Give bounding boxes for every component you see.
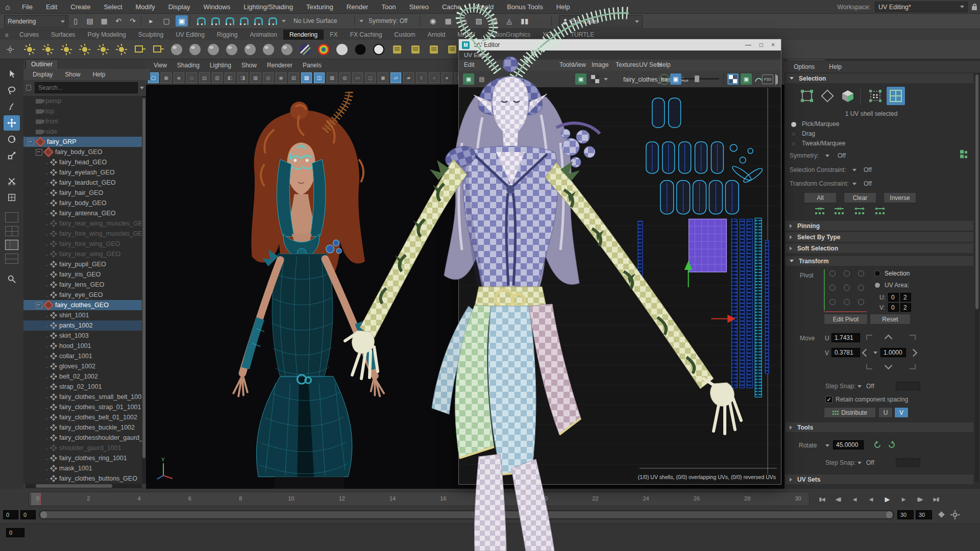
transform-section-header[interactable]: Transform	[786, 256, 973, 266]
light-shelf-icon[interactable]	[76, 41, 94, 58]
pivot-position-radio[interactable]	[858, 299, 864, 305]
shelf-tab-poly-modeling[interactable]: Poly Modeling	[81, 30, 132, 40]
select-component-icon[interactable]: ▣	[176, 15, 188, 27]
outliner-item-gloves_1002[interactable]: →gloves_1002	[23, 361, 142, 371]
lasso-tool[interactable]	[4, 83, 20, 98]
outliner-item-fairy_body_GEO[interactable]: →fairy_body_GEO	[23, 198, 142, 208]
redo-icon[interactable]: ↷	[127, 15, 139, 27]
viewport-menu-show[interactable]: Show	[237, 61, 261, 70]
outliner-item-shoulder_gaurd_1001[interactable]: →shoulder_gaurd_1001	[23, 443, 142, 453]
outliner-item-fairy_GRP[interactable]: fairy_GRP	[23, 137, 142, 147]
persp-outliner-layout[interactable]	[5, 240, 18, 250]
single-pane-layout[interactable]	[5, 212, 18, 222]
uv-edge-mode-icon[interactable]	[818, 87, 837, 105]
image-range-icon[interactable]: ▣	[670, 73, 681, 85]
shelf-tab-surfaces[interactable]: Surfaces	[45, 30, 81, 40]
toolkit-menu-options[interactable]: Options	[788, 63, 821, 70]
pivot-position-radio[interactable]	[829, 270, 836, 277]
render-settings-icon[interactable]: ▨	[488, 15, 500, 27]
outliner-item-side[interactable]: side	[23, 127, 142, 137]
clear-button[interactable]: Clear	[844, 192, 876, 203]
viewport-toolbar-icon[interactable]: ◨	[237, 72, 248, 83]
outliner-item-fairy_clothes_GEO[interactable]: fairy_clothes_GEO	[23, 300, 142, 310]
rotate-ccw-icon[interactable]	[872, 440, 883, 450]
expander-icon[interactable]	[28, 139, 34, 145]
uv-menu-edit[interactable]: Edit	[464, 61, 475, 68]
viewport-toolbar-icon[interactable]: ◻	[365, 72, 376, 83]
outliner-item-fairy_eye_GEO[interactable]: →fairy_eye_GEO	[23, 290, 142, 300]
move-step-snap-label[interactable]: Step Snap:	[825, 383, 855, 390]
toolkit-scrollbar[interactable]	[975, 73, 979, 482]
pick-mode-label[interactable]: Pick/Marquee	[802, 120, 839, 128]
viewport-toolbar-icon[interactable]: ◍	[339, 72, 350, 83]
pause-icon[interactable]: ▮▮	[519, 15, 531, 27]
nudge-down-button[interactable]	[878, 362, 898, 371]
shelf-tab-xgen[interactable]: XGen	[536, 30, 565, 40]
rgb-channels-icon[interactable]: RGB	[659, 74, 670, 85]
texture-image-icon[interactable]: ▣	[575, 73, 586, 85]
set-key-icon[interactable]	[938, 511, 945, 518]
outliner-item-top[interactable]: top	[23, 106, 142, 116]
outliner-item-pants_1002[interactable]: →pants_1002	[23, 320, 142, 331]
chevron-down-icon[interactable]	[852, 183, 856, 185]
menu-texturing[interactable]: Texturing	[300, 3, 340, 11]
light-shelf-icon[interactable]	[94, 41, 112, 58]
viewport-toolbar-icon[interactable]: ▣	[161, 72, 172, 83]
outliner-item-fairy_iris_GEO[interactable]: →fairy_iris_GEO	[23, 269, 142, 280]
lock-icon[interactable]	[972, 6, 977, 10]
close-icon[interactable]: ×	[771, 41, 775, 48]
step-forward-frame-icon[interactable]: ▶	[896, 493, 911, 505]
shelf-tab-animation[interactable]: Animation	[244, 30, 283, 40]
workspace-dropdown[interactable]: UV Editing*	[875, 2, 968, 12]
u-min-field[interactable]: 0	[888, 293, 899, 302]
viewport-toolbar-icon[interactable]: ▰	[403, 72, 414, 83]
viewport-toolbar-icon[interactable]: ◼	[378, 72, 388, 83]
go-to-end-icon[interactable]: ▶▮	[929, 493, 943, 505]
uv-menu-textures[interactable]: Textures	[616, 61, 639, 68]
sphere-shelf-icon[interactable]	[204, 41, 223, 58]
new-scene-icon[interactable]: ▯	[69, 15, 82, 27]
snap-view-plane-icon[interactable]	[252, 15, 264, 27]
uv-editor-panel-label[interactable]: UV Editor	[459, 52, 494, 58]
gear-icon[interactable]	[0, 46, 20, 53]
shelf-menu-icon[interactable]: ≡	[0, 32, 13, 40]
outliner-tab[interactable]: Outliner	[26, 59, 58, 69]
viewport-toolbar-icon[interactable]: ▦	[250, 72, 261, 83]
chevron-down-icon[interactable]	[857, 385, 862, 388]
outliner-item-persp[interactable]: persp	[23, 96, 142, 106]
u-max-field[interactable]: 2	[900, 293, 911, 302]
shelf-tab-arnold[interactable]: Arnold	[422, 30, 452, 40]
uv-point-mode-icon[interactable]	[866, 87, 885, 105]
paint-select-tool[interactable]	[4, 99, 20, 114]
uv-menu-image[interactable]: Image	[592, 61, 608, 68]
outliner-item-fairy_antenna_GEO[interactable]: →fairy_antenna_GEO	[23, 208, 142, 218]
outliner-item-fairy_rear_wing_GEO[interactable]: →fairy_rear_wing_GEO	[23, 249, 142, 259]
checker-tiles-icon[interactable]	[727, 73, 739, 85]
light-shelf-icon[interactable]	[112, 41, 131, 58]
sphere-shelf-icon[interactable]	[241, 41, 259, 58]
outliner-item-fairy_lens_GEO[interactable]: →fairy_lens_GEO	[23, 280, 142, 290]
outliner-item-fairy_clothesshoulder_gaurd_[interactable]: →fairy_clothesshoulder_gaurd_	[23, 433, 142, 443]
pick-mode-label[interactable]: Drag	[802, 130, 815, 137]
play-forwards-icon[interactable]: ▶	[880, 493, 894, 505]
shelf-tab-rigging[interactable]: Rigging	[211, 30, 244, 40]
pick-mode-radio-tweak-marquee[interactable]	[791, 141, 797, 147]
shrink-loop-icon[interactable]	[834, 207, 845, 216]
uv-persp-layout[interactable]	[5, 254, 18, 264]
select-hierarchy-icon[interactable]: ▸	[145, 15, 157, 27]
light-sphere-shelf-icon[interactable]	[333, 41, 351, 58]
outliner-menu-help[interactable]: Help	[87, 71, 110, 78]
menu-file[interactable]: File	[15, 3, 39, 11]
toolkit-menu-help[interactable]: Help	[823, 63, 848, 70]
selection-section-header[interactable]: Selection	[786, 73, 973, 83]
util-shelf-icon[interactable]	[425, 41, 443, 58]
inverse-button[interactable]: Inverse	[884, 192, 916, 203]
range-bar[interactable]	[40, 511, 893, 518]
chevron-down-icon[interactable]	[873, 352, 877, 354]
anim-prefs-icon[interactable]	[950, 510, 960, 519]
pivot-uv-area-label[interactable]: UV Area:	[885, 282, 909, 289]
pick-mode-radio-drag[interactable]	[791, 131, 797, 137]
rotate-step-snap-label[interactable]: Step Snap:	[825, 459, 855, 466]
uv-editor-canvas[interactable]: (1/0) UV shells, (0/0) overlapping UVs, …	[459, 87, 781, 484]
chevron-down-icon[interactable]	[140, 87, 144, 89]
